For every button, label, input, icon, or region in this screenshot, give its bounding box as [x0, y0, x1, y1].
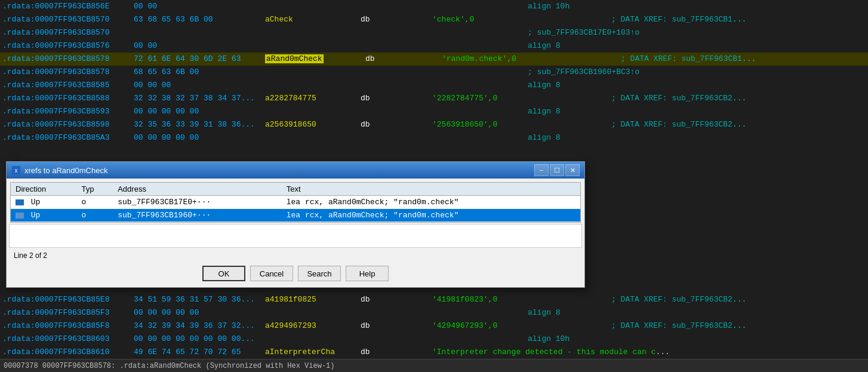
col-address: Address: [113, 183, 281, 196]
help-button[interactable]: Help: [346, 266, 389, 281]
titlebar-buttons: − ☐ ✕: [534, 164, 580, 176]
disasm-line: .rdata:00007FF963CB8610 49 6E 74 65 72 7…: [0, 346, 868, 359]
dialog-title: xrefs to aRand0mCheck: [24, 166, 534, 175]
xref-text: lea rcx, aRand0mCheck; "rand0m.check": [282, 209, 580, 222]
dialog-titlebar: x xrefs to aRand0mCheck − ☐ ✕: [7, 162, 584, 179]
disasm-line: .rdata:00007FF963CB8578 68 65 63 6B 00 ;…: [0, 66, 868, 79]
row-icon: [16, 213, 24, 219]
disasm-line: .rdata:00007FF963CB85E8 34 51 59 36 31 5…: [0, 293, 868, 306]
row-icon: [16, 199, 24, 205]
svg-text:x: x: [15, 167, 18, 174]
disasm-line: .rdata:00007FF963CB8570 63 68 65 63 6B 0…: [0, 13, 868, 26]
xref-direction: Up: [11, 209, 77, 222]
ok-button[interactable]: OK: [202, 266, 245, 281]
disasm-line: .rdata:00007FF963CB8593 00 00 00 00 00 a…: [0, 105, 868, 118]
dialog-status-text: Line 2 of 2: [14, 251, 47, 260]
xref-direction: Up: [11, 196, 77, 209]
col-text: Text: [282, 183, 580, 196]
search-button[interactable]: Search: [298, 266, 341, 281]
xref-text: lea rcx, aRand0mCheck; "rand0m.check": [282, 196, 580, 209]
col-type: Typ: [77, 183, 113, 196]
disasm-line: .rdata:00007FF963CB8588 32 32 38 32 37 3…: [0, 92, 868, 105]
xrefs-dialog: x xrefs to aRand0mCheck − ☐ ✕ Direction …: [6, 161, 585, 288]
close-button[interactable]: ✕: [565, 164, 580, 176]
dialog-content: Direction Typ Address Text Up o: [7, 179, 584, 287]
disasm-line: .rdata:00007FF963CB8576 00 00 align 8: [0, 39, 868, 53]
restore-button[interactable]: ☐: [550, 164, 564, 176]
dialog-footer: OK Cancel Search Help: [9, 262, 582, 285]
xref-type: o: [77, 196, 113, 209]
disasm-lines-bottom: .rdata:00007FF963CB85E8 34 51 59 36 31 5…: [0, 293, 868, 359]
disasm-line: .rdata:00007FF963CB8598 32 35 36 33 39 3…: [0, 118, 868, 131]
xref-table-header: Direction Typ Address Text: [11, 183, 580, 196]
col-direction: Direction: [11, 183, 77, 196]
xref-table-body: Up o sub_7FF963CB17E0+··· lea rcx, aRand…: [11, 196, 580, 222]
status-bar: 00007378 00007FF963CB8578: .rdata:aRand0…: [0, 359, 868, 372]
disasm-line: .rdata:00007FF963CB8570 ; sub_7FF963CB17…: [0, 26, 868, 39]
disasm-line: .rdata:00007FF963CB85A3 00 00 00 00 00 a…: [0, 131, 868, 145]
disasm-line: .rdata:00007FF963CB8585 00 00 00 align 8: [0, 79, 868, 92]
xref-table-container: Direction Typ Address Text Up o: [10, 182, 581, 223]
xref-address: sub_7FF963CB17E0+···: [113, 196, 281, 209]
disasm-line: .rdata:00007FF963CB856E 00 00 align 10h: [0, 0, 868, 13]
disasm-line-highlighted: .rdata:00007FF963CB8578 72 61 6E 64 30 6…: [0, 53, 868, 66]
disassembly-view: .rdata:00007FF963CB856E 00 00 align 10h …: [0, 0, 868, 372]
disasm-line: .rdata:00007FF963CB8603 00 00 00 00 00 0…: [0, 333, 868, 346]
minimize-button[interactable]: −: [534, 164, 549, 176]
cancel-button[interactable]: Cancel: [250, 266, 293, 281]
xref-row-selected[interactable]: Up o sub_7FF963CB1960+··· lea rcx, aRand…: [11, 209, 580, 222]
disasm-lines-top: .rdata:00007FF963CB856E 00 00 align 10h …: [0, 0, 868, 145]
xref-address: sub_7FF963CB1960+···: [113, 209, 281, 222]
dialog-icon: x: [11, 165, 21, 175]
xref-row[interactable]: Up o sub_7FF963CB17E0+··· lea rcx, aRand…: [11, 196, 580, 209]
disasm-line: .rdata:00007FF963CB85F8 34 32 39 34 39 3…: [0, 319, 868, 333]
xref-table: Direction Typ Address Text Up o: [11, 183, 580, 222]
xref-type: o: [77, 209, 113, 222]
status-text: 00007378 00007FF963CB8578: .rdata:aRand0…: [4, 362, 335, 370]
disasm-line: .rdata:00007FF963CB85F3 00 00 00 00 00 a…: [0, 306, 868, 319]
dialog-status: Line 2 of 2: [9, 249, 582, 262]
dialog-empty-area: [9, 224, 582, 248]
